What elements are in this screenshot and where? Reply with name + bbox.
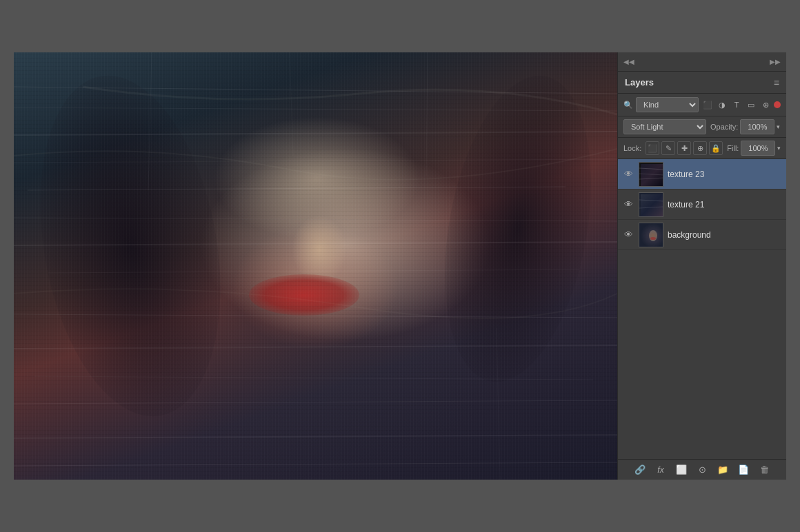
- svg-line-12: [14, 435, 617, 438]
- new-layer-button[interactable]: 📄: [736, 462, 751, 478]
- svg-line-9: [14, 345, 617, 349]
- layer-effects-button[interactable]: fx: [653, 462, 668, 478]
- lock-pixels-btn[interactable]: ⬛: [646, 141, 659, 155]
- face-hair-left: [15, 61, 245, 431]
- panel-header-left: Layers: [625, 77, 654, 88]
- adjustment-filter-btn[interactable]: ◑: [716, 99, 728, 111]
- layer-thumbnail-background: [639, 223, 663, 247]
- lock-label: Lock:: [623, 144, 641, 152]
- layers-toolbar: 🔗 fx ⬜ ⊙ 📁 📄 🗑: [618, 459, 786, 480]
- layers-panel: ◀◀ ▶▶ Layers ≡ 🔍 Kind ⬛ ◑ T: [617, 52, 786, 480]
- layer-item-texture21[interactable]: 👁: [618, 190, 786, 220]
- svg-line-10: [34, 376, 593, 380]
- workspace: ◀◀ ▶▶ Layers ≡ 🔍 Kind ⬛ ◑ T: [14, 52, 786, 480]
- lock-icons-group: ⬛ ✎ ✚ ⊕ 🔒: [646, 141, 723, 155]
- fill-control: Fill: ▾: [727, 141, 781, 156]
- svg-line-1: [14, 108, 617, 111]
- fill-input[interactable]: [741, 141, 775, 156]
- blend-mode-select[interactable]: Normal Dissolve Darken Multiply Color Bu…: [623, 119, 706, 134]
- opacity-input[interactable]: [740, 119, 774, 134]
- canvas-area: [14, 52, 617, 480]
- panel-header: Layers ≡: [618, 72, 786, 94]
- svg-line-4: [28, 187, 566, 190]
- fill-label: Fill:: [727, 144, 739, 152]
- svg-line-11: [14, 400, 617, 404]
- face-hair-right: [423, 64, 613, 393]
- layer-thumbnail-texture23: [639, 162, 663, 187]
- link-layers-button[interactable]: 🔗: [632, 462, 648, 478]
- kind-filter-select[interactable]: Kind: [636, 97, 699, 112]
- layer-visibility-texture23[interactable]: 👁: [622, 168, 634, 181]
- filter-row: 🔍 Kind ⬛ ◑ T ▭ ⊕: [618, 94, 786, 116]
- svg-line-3: [14, 159, 617, 163]
- lock-image-btn[interactable]: ✎: [661, 141, 675, 155]
- face-layer: [14, 52, 617, 480]
- svg-line-8: [14, 314, 617, 318]
- panel-menu-button[interactable]: ≡: [774, 77, 779, 88]
- opacity-arrow: ▾: [777, 123, 780, 130]
- svg-line-0: [14, 87, 617, 94]
- new-group-button[interactable]: 📁: [715, 462, 730, 478]
- svg-line-7: [48, 269, 579, 273]
- layer-name-texture21: texture 21: [668, 200, 782, 209]
- svg-line-17: [497, 328, 500, 480]
- blend-mode-row: Normal Dissolve Darken Multiply Color Bu…: [618, 116, 786, 138]
- type-filter-btn[interactable]: T: [730, 99, 743, 111]
- layer-item-texture23[interactable]: 👁: [618, 159, 786, 190]
- svg-line-6: [14, 242, 617, 245]
- filter-active-indicator: [774, 101, 781, 108]
- panel-collapse-icon[interactable]: ◀◀: [623, 58, 634, 65]
- layer-visibility-texture21[interactable]: 👁: [622, 198, 634, 211]
- panel-top-bar: ◀◀ ▶▶: [618, 52, 786, 72]
- layer-visibility-background[interactable]: 👁: [622, 229, 634, 241]
- smart-filter-btn[interactable]: ⊕: [759, 99, 772, 111]
- panel-title: Layers: [625, 77, 654, 88]
- lock-artboard-btn[interactable]: ⊕: [693, 141, 707, 155]
- shape-filter-btn[interactable]: ▭: [745, 99, 757, 111]
- layer-name-texture23: texture 23: [668, 170, 782, 179]
- search-icon: 🔍: [623, 101, 633, 110]
- delete-layer-button[interactable]: 🗑: [757, 462, 772, 478]
- svg-line-16: [426, 52, 428, 176]
- face-forehead: [213, 116, 420, 241]
- fill-arrow: ▾: [777, 145, 781, 152]
- svg-line-13: [14, 462, 617, 466]
- pixel-filter-btn[interactable]: ⬛: [701, 99, 714, 111]
- svg-point-30: [650, 237, 656, 240]
- lock-all-btn[interactable]: 🔒: [709, 141, 723, 155]
- face-nose: [292, 215, 347, 284]
- svg-line-14: [148, 52, 152, 190]
- lock-position-btn[interactable]: ✚: [677, 141, 691, 155]
- add-mask-button[interactable]: ⬜: [674, 462, 689, 478]
- svg-line-2: [14, 132, 617, 135]
- scratch-lines: [14, 52, 617, 480]
- new-fill-button[interactable]: ⊙: [694, 462, 710, 478]
- svg-rect-24: [641, 194, 663, 216]
- layer-thumbnail-texture21: [639, 192, 663, 217]
- opacity-label: Opacity:: [710, 123, 738, 131]
- canvas-image: [14, 52, 617, 480]
- svg-line-15: [290, 52, 293, 156]
- app-container: ◀◀ ▶▶ Layers ≡ 🔍 Kind ⬛ ◑ T: [0, 0, 800, 532]
- layer-name-background: background: [668, 230, 782, 240]
- opacity-control: Opacity: ▾: [710, 119, 781, 134]
- face-lips: [249, 274, 359, 316]
- svg-line-5: [14, 218, 617, 221]
- lock-row: Lock: ⬛ ✎ ✚ ⊕ 🔒 Fill: ▾: [618, 138, 786, 159]
- filter-icons: ⬛ ◑ T ▭ ⊕: [701, 99, 781, 111]
- layer-item-background[interactable]: 👁: [618, 220, 786, 250]
- layers-list: 👁: [618, 159, 786, 459]
- panel-expand-icon[interactable]: ▶▶: [770, 58, 781, 65]
